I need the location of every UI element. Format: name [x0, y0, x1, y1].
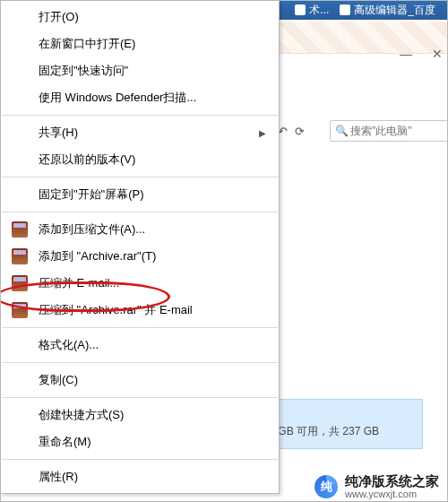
menu-label: 添加到压缩文件(A)...	[39, 222, 145, 236]
menu-add-to-archive[interactable]: 添加到压缩文件(A)...	[1, 216, 279, 243]
refresh-icon[interactable]: ⟳	[295, 121, 305, 141]
menu-separator	[2, 177, 278, 177]
menu-label: 重命名(M)	[39, 435, 91, 448]
minimize-button[interactable]: —	[400, 47, 412, 61]
menu-label: 固定到"开始"屏幕(P)	[39, 187, 144, 201]
menu-properties[interactable]: 属性(R)	[1, 463, 279, 490]
menu-label: 还原以前的版本(V)	[39, 152, 135, 166]
close-button[interactable]: ✕	[432, 47, 443, 61]
menu-label: 使用 Windows Defender扫描...	[39, 91, 196, 104]
archive-icon	[12, 221, 28, 238]
menu-label: 格式化(A)...	[39, 338, 99, 351]
menu-label: 压缩到 "Archive.rar" 并 E-mail	[39, 303, 193, 316]
menu-share[interactable]: 共享(H)▶	[1, 119, 279, 146]
menu-open[interactable]: 打开(O)	[1, 4, 279, 30]
explorer-nav-row: ↶ ⟳ 🔍	[278, 117, 448, 145]
menu-separator	[2, 212, 278, 212]
window-controls: — ✕	[400, 47, 443, 61]
menu-label: 复制(C)	[39, 373, 78, 386]
menu-separator	[2, 327, 278, 328]
archive-icon	[12, 302, 28, 318]
menu-label: 打开(O)	[39, 10, 79, 23]
menu-label: 固定到"快速访问"	[39, 64, 128, 77]
menu-compress-named-email[interactable]: 压缩到 "Archive.rar" 并 E-mail	[1, 297, 279, 324]
menu-separator	[2, 459, 278, 460]
menu-separator	[2, 362, 278, 363]
watermark-logo: 纯	[314, 475, 338, 498]
menu-compress-email[interactable]: 压缩并 E-mail...	[1, 270, 279, 297]
menu-separator	[2, 397, 278, 398]
menu-restore-versions[interactable]: 还原以前的版本(V)	[1, 146, 279, 173]
menu-label: 压缩并 E-mail...	[39, 276, 119, 290]
menu-copy[interactable]: 复制(C)	[1, 367, 279, 394]
menu-pin-quick-access[interactable]: 固定到"快速访问"	[1, 57, 279, 84]
menu-format[interactable]: 格式化(A)...	[1, 332, 279, 359]
search-icon: 🔍	[335, 125, 349, 137]
menu-label: 添加到 "Archive.rar"(T)	[39, 249, 156, 263]
menu-defender-scan[interactable]: 使用 Windows Defender扫描...	[1, 84, 279, 111]
watermark-title: 纯净版系统之家	[345, 473, 439, 489]
chevron-right-icon: ▶	[259, 128, 266, 138]
menu-add-to-named-archive[interactable]: 添加到 "Archive.rar"(T)	[1, 243, 279, 270]
menu-rename[interactable]: 重命名(M)	[1, 428, 279, 455]
menu-create-shortcut[interactable]: 创建快捷方式(S)	[1, 402, 279, 428]
tab-icon	[295, 4, 306, 15]
archive-icon	[12, 248, 28, 264]
menu-separator	[2, 115, 278, 116]
menu-label: 在新窗口中打开(E)	[39, 37, 135, 50]
menu-label: 创建快捷方式(S)	[39, 408, 124, 421]
menu-pin-start[interactable]: 固定到"开始"屏幕(P)	[1, 181, 279, 208]
tab-label: 术...	[309, 3, 329, 18]
watermark: 纯 纯净版系统之家 www.ycwxjt.com	[309, 472, 448, 502]
browser-tab[interactable]: 术...	[295, 3, 329, 18]
menu-open-new-window[interactable]: 在新窗口中打开(E)	[1, 30, 279, 57]
archive-icon	[12, 275, 28, 291]
watermark-url: www.ycwxjt.com	[345, 489, 439, 500]
context-menu: 打开(O) 在新窗口中打开(E) 固定到"快速访问" 使用 Windows De…	[0, 0, 280, 494]
menu-label: 属性(R)	[39, 470, 78, 483]
menu-label: 共享(H)	[39, 126, 78, 139]
browser-tab[interactable]: 高级编辑器_百度	[340, 3, 435, 18]
tab-icon	[340, 4, 350, 15]
tab-label: 高级编辑器_百度	[354, 3, 435, 18]
